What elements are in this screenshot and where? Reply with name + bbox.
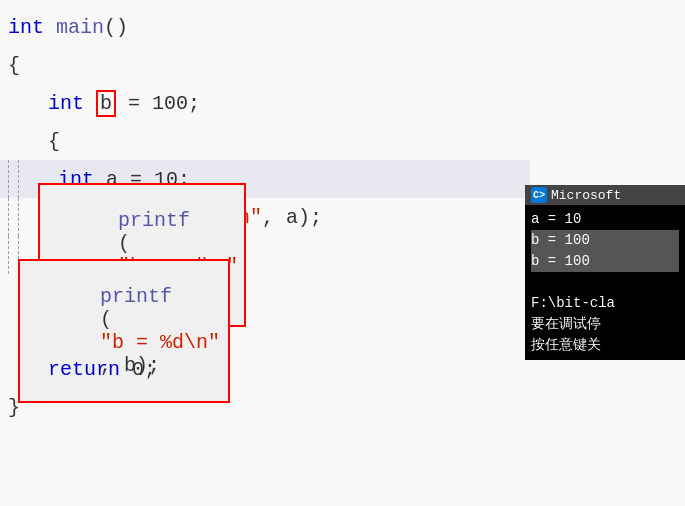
terminal-line-7: 按任意键关 [531,335,679,356]
terminal-panel: C> Microsoft a = 10 b = 100 b = 100 F:\b… [525,185,685,360]
terminal-icon: C> [531,187,547,203]
code-line-11: } [0,388,530,426]
code-line-1: int main () [0,8,530,46]
terminal-line-1: a = 10 [531,209,679,230]
terminal-line-2: b = 100 [531,230,679,251]
code-line-2: { [0,46,530,84]
code-line-9: printf ( "b = %d\n" , b); [0,312,530,350]
terminal-line-3: b = 100 [531,251,679,272]
terminal-line-5: F:\bit-cla [531,293,679,314]
code-line-3: int b = 100; [0,84,530,122]
terminal-body: a = 10 b = 100 b = 100 F:\bit-cla 要在调试停 … [525,205,685,360]
function-main: main [56,16,104,39]
var-b-box: b [96,90,116,117]
code-line-4: { [0,122,530,160]
terminal-titlebar: C> Microsoft [525,185,685,205]
keyword-return: return [48,358,120,381]
code-line-10: return 0; [0,350,530,388]
code-editor: int main () { int b = 100; { int a = 10;… [0,0,530,506]
terminal-title: Microsoft [551,188,621,203]
terminal-line-4 [531,272,679,293]
keyword-int: int [8,16,44,39]
keyword-int-b: int [48,92,84,115]
terminal-line-6: 要在调试停 [531,314,679,335]
